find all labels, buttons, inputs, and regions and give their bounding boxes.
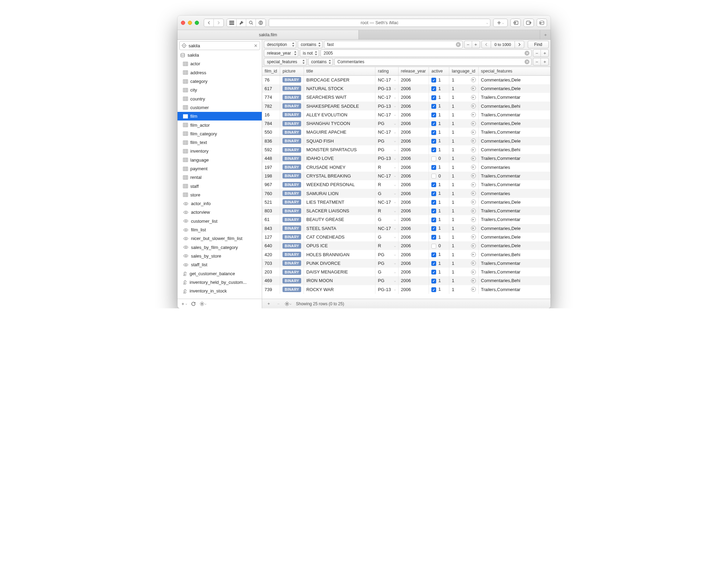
- cell-language-id[interactable]: 1: [449, 233, 478, 241]
- cell-film-id[interactable]: 521: [262, 198, 280, 206]
- cell-film-id[interactable]: 198: [262, 172, 280, 180]
- foreign-key-icon[interactable]: [471, 173, 476, 178]
- cell-rating[interactable]: NC-17⌵: [375, 198, 398, 206]
- cell-title[interactable]: STEEL SANTA: [304, 224, 375, 233]
- sidebar-item-language[interactable]: language: [178, 156, 262, 164]
- checkbox[interactable]: [431, 261, 436, 266]
- cell-title[interactable]: IRON MOON: [304, 276, 375, 285]
- cell-picture[interactable]: BINARY: [280, 206, 304, 215]
- cell-title[interactable]: DAISY MENAGERIE: [304, 268, 375, 276]
- cell-film-id[interactable]: 967: [262, 180, 280, 189]
- checkbox[interactable]: [431, 104, 436, 109]
- table-row[interactable]: 76BINARYBIRDCAGE CASPERNC-17⌵200611Comme…: [262, 76, 550, 84]
- cell-active[interactable]: 1: [429, 102, 449, 110]
- sidebar-item-film_actor[interactable]: film_actor: [178, 121, 262, 129]
- cell-release-year[interactable]: 2006: [398, 163, 429, 171]
- sidebar-item-nicer_but_slower_film_list[interactable]: nicer_but_slower_film_list: [178, 234, 262, 243]
- cell-title[interactable]: ROCKY WAR: [304, 285, 375, 294]
- cell-active[interactable]: 1: [429, 276, 449, 285]
- table-row[interactable]: 774BINARYSEARCHERS WAITNC-17⌵200611Trail…: [262, 93, 550, 102]
- checkbox[interactable]: [431, 244, 436, 249]
- globe-button[interactable]: [256, 19, 266, 27]
- sidebar-item-actor_info[interactable]: actor_info: [178, 199, 262, 208]
- filter-value-input[interactable]: 2005✕: [320, 49, 531, 57]
- cell-rating[interactable]: R⌵: [375, 241, 398, 250]
- foreign-key-icon[interactable]: [471, 200, 476, 204]
- cell-special-features[interactable]: Commentaries,Dele: [478, 119, 550, 128]
- foreign-key-icon[interactable]: [471, 226, 476, 231]
- foreign-key-icon[interactable]: [471, 121, 476, 126]
- foreign-key-icon[interactable]: [471, 130, 476, 135]
- cell-title[interactable]: CRUSADE HONEY: [304, 163, 375, 171]
- cell-release-year[interactable]: 2006: [398, 110, 429, 119]
- sidebar-item-country[interactable]: country: [178, 94, 262, 103]
- remove-filter-button[interactable]: −: [533, 58, 541, 65]
- cell-film-id[interactable]: 803: [262, 206, 280, 215]
- sidebar-item-film_list[interactable]: film_list: [178, 225, 262, 234]
- cell-release-year[interactable]: 2006: [398, 128, 429, 136]
- prev-page-button[interactable]: [481, 41, 491, 48]
- cell-release-year[interactable]: 2006: [398, 233, 429, 241]
- sidebar-item-staff[interactable]: staff: [178, 182, 262, 190]
- export-button[interactable]: [524, 19, 534, 27]
- cell-rating[interactable]: NC-17⌵: [375, 110, 398, 119]
- checkbox[interactable]: [431, 182, 436, 187]
- column-header-special_features[interactable]: special_features: [478, 67, 550, 76]
- cell-rating[interactable]: R⌵: [375, 206, 398, 215]
- cell-film-id[interactable]: 774: [262, 93, 280, 102]
- cell-rating[interactable]: PG⌵: [375, 250, 398, 259]
- cell-release-year[interactable]: 2006: [398, 224, 429, 233]
- sidebar-item-sales_by_store[interactable]: sales_by_store: [178, 252, 262, 260]
- cell-title[interactable]: CRYSTAL BREAKING: [304, 172, 375, 180]
- cell-picture[interactable]: BINARY: [280, 250, 304, 259]
- cell-release-year[interactable]: 2006: [398, 276, 429, 285]
- checkbox[interactable]: [431, 218, 436, 222]
- clear-icon[interactable]: ✕: [525, 59, 529, 64]
- cell-release-year[interactable]: 2006: [398, 268, 429, 276]
- foreign-key-icon[interactable]: [471, 270, 476, 275]
- cell-language-id[interactable]: 1: [449, 145, 478, 154]
- cell-film-id[interactable]: 61: [262, 215, 280, 224]
- cell-title[interactable]: MONSTER SPARTACUS: [304, 145, 375, 154]
- cell-active[interactable]: 1: [429, 180, 449, 189]
- cell-rating[interactable]: NC-17⌵: [375, 76, 398, 84]
- cell-special-features[interactable]: Commentaries,Behi: [478, 276, 550, 285]
- cell-film-id[interactable]: 784: [262, 119, 280, 128]
- checkbox[interactable]: [431, 174, 436, 179]
- foreign-key-icon[interactable]: [471, 191, 476, 196]
- filter-value-input[interactable]: Commentaries✕: [334, 58, 531, 66]
- cell-language-id[interactable]: 1: [449, 224, 478, 233]
- remove-row-button[interactable]: −: [275, 300, 282, 307]
- table-row[interactable]: 420BINARYHOLES BRANNIGANPG⌵200611Comment…: [262, 250, 550, 259]
- remove-filter-button[interactable]: −: [464, 41, 472, 48]
- filter-field-select[interactable]: description: [264, 41, 296, 48]
- gear-menu-button[interactable]: ⌵: [284, 300, 292, 307]
- cell-language-id[interactable]: 1: [449, 119, 478, 128]
- cell-release-year[interactable]: 2006: [398, 172, 429, 180]
- cell-special-features[interactable]: Trailers,Commentar: [478, 172, 550, 180]
- cell-rating[interactable]: PG⌵: [375, 137, 398, 145]
- clear-db-button[interactable]: ✕: [254, 43, 258, 48]
- cell-picture[interactable]: BINARY: [280, 93, 304, 102]
- cell-film-id[interactable]: 16: [262, 110, 280, 119]
- table-row[interactable]: 127BINARYCAT CONEHEADSG⌵200611Commentari…: [262, 233, 550, 241]
- cell-title[interactable]: LIES TREATMENT: [304, 198, 375, 206]
- column-header-title[interactable]: title: [304, 67, 375, 76]
- cell-active[interactable]: 1: [429, 163, 449, 171]
- cell-release-year[interactable]: 2006: [398, 259, 429, 268]
- cell-picture[interactable]: BINARY: [280, 76, 304, 84]
- filter-op-select[interactable]: is not: [300, 49, 319, 57]
- checkbox[interactable]: [431, 279, 436, 283]
- sidebar-item-film_text[interactable]: film_text: [178, 138, 262, 147]
- cell-picture[interactable]: BINARY: [280, 128, 304, 136]
- cell-picture[interactable]: BINARY: [280, 224, 304, 233]
- checkbox[interactable]: [431, 165, 436, 170]
- foreign-key-icon[interactable]: [471, 86, 476, 91]
- sidebar-item-rental[interactable]: rental: [178, 173, 262, 182]
- cell-active[interactable]: 1: [429, 198, 449, 206]
- foreign-key-icon[interactable]: [471, 278, 476, 283]
- cell-language-id[interactable]: 1: [449, 154, 478, 163]
- column-header-rating[interactable]: rating: [375, 67, 398, 76]
- cell-release-year[interactable]: 2006: [398, 154, 429, 163]
- foreign-key-icon[interactable]: [471, 165, 476, 170]
